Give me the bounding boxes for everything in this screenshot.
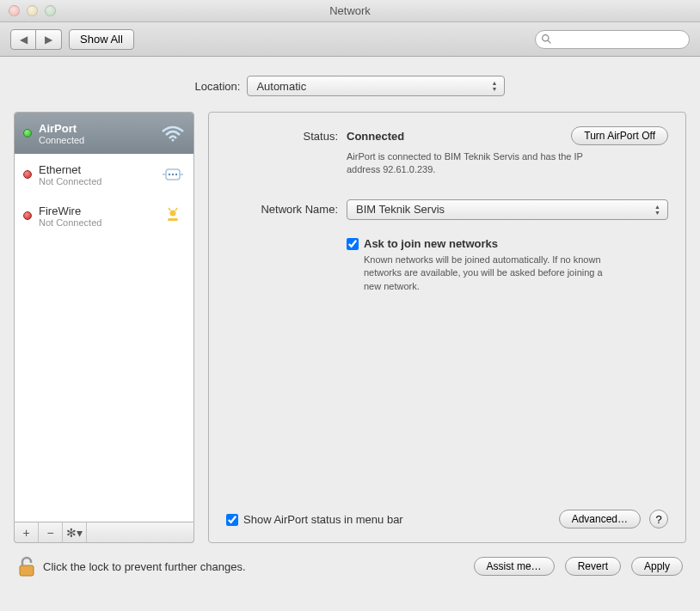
forward-button[interactable]: ▶ bbox=[36, 29, 62, 50]
service-actions-button[interactable]: ✻▾ bbox=[63, 522, 87, 542]
service-item-ethernet[interactable]: Ethernet Not Connected bbox=[15, 154, 193, 195]
ask-join-checkbox[interactable] bbox=[347, 238, 359, 250]
status-row: Status: Connected Turn AirPort Off AirPo… bbox=[226, 126, 668, 177]
location-value: Automatic bbox=[256, 80, 306, 93]
service-status: Connected bbox=[39, 135, 154, 145]
back-button[interactable]: ◀ bbox=[10, 29, 36, 50]
service-name: FireWire bbox=[39, 205, 154, 217]
show-status-checkbox[interactable] bbox=[226, 514, 238, 526]
close-button[interactable] bbox=[9, 5, 20, 16]
search-wrap bbox=[535, 30, 690, 49]
sidebar: AirPort Connected Ethernet Not Connected bbox=[14, 112, 194, 543]
svg-point-6 bbox=[175, 174, 177, 175]
advanced-button[interactable]: Advanced… bbox=[559, 510, 641, 529]
ask-join-desc: Known networks will be joined automatica… bbox=[364, 254, 605, 293]
window-title: Network bbox=[329, 4, 371, 17]
network-name-select[interactable]: BIM Teknik Servis ▲▼ bbox=[347, 199, 668, 220]
service-text: FireWire Not Connected bbox=[39, 205, 154, 228]
svg-line-12 bbox=[175, 208, 177, 211]
add-service-button[interactable]: + bbox=[15, 522, 39, 542]
zoom-button[interactable] bbox=[45, 5, 56, 16]
search-icon bbox=[541, 34, 552, 45]
status-dot-red bbox=[23, 170, 32, 179]
search-input[interactable] bbox=[535, 30, 690, 49]
service-text: AirPort Connected bbox=[39, 122, 154, 145]
status-value: Connected bbox=[347, 130, 404, 143]
lock-text: Click the lock to prevent further change… bbox=[43, 560, 246, 573]
stepper-icon: ▲▼ bbox=[654, 204, 660, 216]
titlebar: Network bbox=[0, 0, 700, 22]
svg-line-1 bbox=[548, 40, 550, 43]
ask-join-checkbox-row[interactable]: Ask to join new networks Known networks … bbox=[347, 237, 668, 293]
turn-airport-off-button[interactable]: Turn AirPort Off bbox=[571, 126, 668, 145]
stepper-icon: ▲▼ bbox=[491, 80, 497, 92]
ask-join-row: Ask to join new networks Known networks … bbox=[226, 237, 668, 293]
bottom-buttons: Assist me… Revert Apply bbox=[474, 557, 683, 576]
service-status: Not Connected bbox=[39, 176, 154, 186]
svg-point-2 bbox=[172, 139, 175, 142]
show-all-button[interactable]: Show All bbox=[69, 29, 134, 50]
ethernet-icon bbox=[161, 164, 185, 185]
svg-rect-10 bbox=[168, 218, 178, 221]
detail-pane: Status: Connected Turn AirPort Off AirPo… bbox=[208, 112, 686, 543]
location-select[interactable]: Automatic ▲▼ bbox=[247, 76, 505, 96]
location-label: Location: bbox=[195, 80, 241, 93]
show-status-row[interactable]: Show AirPort status in menu bar bbox=[226, 513, 403, 526]
network-name-row: Network Name: BIM Teknik Servis ▲▼ bbox=[226, 199, 668, 220]
remove-service-button[interactable]: − bbox=[39, 522, 63, 542]
service-item-firewire[interactable]: FireWire Not Connected bbox=[15, 195, 193, 236]
lock-icon[interactable] bbox=[17, 555, 36, 577]
detail-bottom: Show AirPort status in menu bar Advanced… bbox=[226, 510, 668, 529]
status-value-wrap: Connected Turn AirPort Off AirPort is co… bbox=[347, 126, 668, 177]
svg-rect-13 bbox=[20, 565, 34, 576]
status-info: AirPort is connected to BIM Teknik Servi… bbox=[347, 150, 587, 177]
status-dot-red bbox=[23, 211, 32, 220]
assist-me-button[interactable]: Assist me… bbox=[474, 557, 555, 576]
service-list: AirPort Connected Ethernet Not Connected bbox=[14, 112, 194, 522]
show-status-label: Show AirPort status in menu bar bbox=[243, 513, 403, 526]
toolbar: ◀ ▶ Show All bbox=[0, 22, 700, 57]
wifi-icon bbox=[161, 123, 185, 144]
service-name: AirPort bbox=[39, 122, 154, 135]
svg-line-11 bbox=[169, 208, 170, 211]
svg-point-0 bbox=[543, 34, 549, 40]
service-item-airport[interactable]: AirPort Connected bbox=[15, 113, 193, 154]
nav-buttons: ◀ ▶ bbox=[10, 29, 62, 50]
sidebar-footer: + − ✻▾ bbox=[14, 522, 194, 543]
bottom-bar: Click the lock to prevent further change… bbox=[0, 543, 700, 577]
network-name-value: BIM Teknik Servis bbox=[356, 203, 445, 216]
svg-point-9 bbox=[170, 211, 176, 217]
apply-button[interactable]: Apply bbox=[631, 557, 683, 576]
status-label: Status: bbox=[226, 126, 338, 177]
service-status: Not Connected bbox=[39, 217, 154, 228]
status-dot-green bbox=[23, 129, 32, 137]
firewire-icon bbox=[161, 205, 185, 226]
location-row: Location: Automatic ▲▼ bbox=[0, 57, 700, 112]
network-name-label: Network Name: bbox=[226, 199, 338, 220]
service-name: Ethernet bbox=[39, 163, 154, 176]
ask-join-label: Ask to join new networks bbox=[364, 237, 498, 250]
svg-point-4 bbox=[169, 174, 170, 175]
revert-button[interactable]: Revert bbox=[565, 557, 621, 576]
svg-point-5 bbox=[172, 174, 174, 175]
help-button[interactable]: ? bbox=[649, 510, 668, 529]
minimize-button[interactable] bbox=[27, 5, 38, 16]
service-text: Ethernet Not Connected bbox=[39, 163, 154, 186]
main-content: AirPort Connected Ethernet Not Connected bbox=[0, 112, 700, 543]
traffic-lights bbox=[9, 5, 56, 16]
